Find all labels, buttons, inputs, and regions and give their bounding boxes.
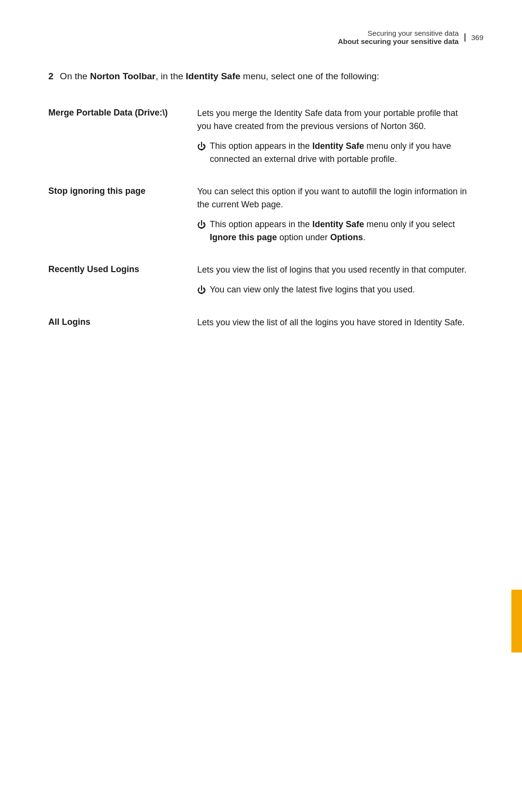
option-desc-main-recently-used: Lets you view the list of logins that yo… <box>197 263 474 276</box>
option-term-stop-ignoring: Stop ignoring this page <box>48 185 197 263</box>
note-icon-merge: ⏻ <box>197 140 206 153</box>
yellow-tab <box>511 590 522 652</box>
note-text-recently-used: You can view only the latest five logins… <box>210 283 415 296</box>
page-header: Securing your sensitive data About secur… <box>39 29 483 45</box>
option-term-merge: Merge Portable Data (Drive:\) <box>48 107 197 185</box>
option-desc-recently-used: Lets you view the list of logins that yo… <box>197 263 474 316</box>
option-desc-main-merge: Lets you merge the Identity Safe data fr… <box>197 107 474 133</box>
step-number: 2 <box>48 71 54 81</box>
option-row-merge: Merge Portable Data (Drive:\) Lets you m… <box>48 107 474 185</box>
note-block-recently-used: ⏻ You can view only the latest five logi… <box>197 283 474 297</box>
main-content: 2 On the Norton Toolbar, in the Identity… <box>39 70 483 355</box>
note-block-stop-ignoring: ⏻ This option appears in the Identity Sa… <box>197 218 474 244</box>
identity-safe-label: Identity Safe <box>186 71 240 81</box>
step-intro: 2 On the Norton Toolbar, in the Identity… <box>48 70 474 84</box>
header-right: Securing your sensitive data About secur… <box>338 29 483 45</box>
option-row-stop-ignoring: Stop ignoring this page You can select t… <box>48 185 474 263</box>
intro-text-after: menu, select one of the following: <box>240 71 379 81</box>
note-block-merge: ⏻ This option appears in the Identity Sa… <box>197 140 474 166</box>
page-container: Securing your sensitive data About secur… <box>0 0 522 812</box>
option-term-all-logins: All Logins <box>48 316 197 355</box>
intro-text-middle: , in the <box>156 71 186 81</box>
option-row-all-logins: All Logins Lets you view the list of all… <box>48 316 474 355</box>
note-icon-recently-used: ⏻ <box>197 284 206 297</box>
intro-text-before: On the <box>60 71 90 81</box>
note-icon-stop-ignoring: ⏻ <box>197 218 206 232</box>
option-desc-merge: Lets you merge the Identity Safe data fr… <box>197 107 474 185</box>
note-text-merge: This option appears in the Identity Safe… <box>210 140 474 166</box>
option-term-recently-used: Recently Used Logins <box>48 263 197 316</box>
option-desc-all-logins: Lets you view the list of all the logins… <box>197 316 474 355</box>
option-desc-main-stop-ignoring: You can select this option if you want t… <box>197 185 474 211</box>
page-number: 369 <box>464 33 483 42</box>
header-section-title: Securing your sensitive data <box>338 29 459 37</box>
option-row-recently-used: Recently Used Logins Lets you view the l… <box>48 263 474 316</box>
norton-toolbar-label: Norton Toolbar <box>90 71 156 81</box>
note-text-stop-ignoring: This option appears in the Identity Safe… <box>210 218 474 244</box>
option-desc-stop-ignoring: You can select this option if you want t… <box>197 185 474 263</box>
options-table: Merge Portable Data (Drive:\) Lets you m… <box>48 107 474 355</box>
header-chapter-title: About securing your sensitive data <box>338 37 459 45</box>
header-text-block: Securing your sensitive data About secur… <box>338 29 459 45</box>
option-desc-main-all-logins: Lets you view the list of all the logins… <box>197 316 474 329</box>
